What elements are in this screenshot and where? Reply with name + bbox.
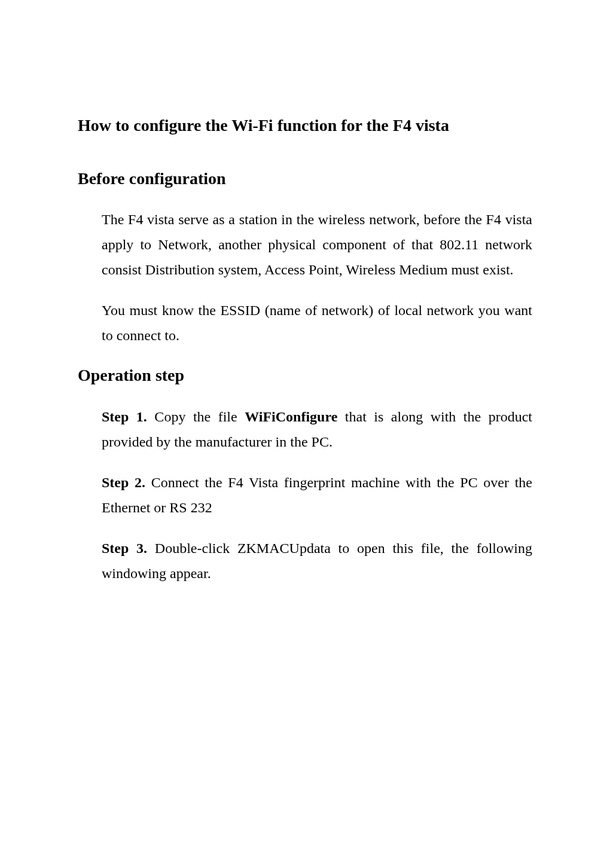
section-operation-step: Operation step	[78, 363, 532, 387]
step-3-text: Double-click ZKMACUpdata to open this fi…	[102, 540, 532, 581]
before-config-para-2: You must know the ESSID (name of network…	[102, 298, 532, 348]
step-1-filename: WiFiConfigure	[245, 409, 337, 424]
step-1-label: Step 1.	[102, 409, 147, 424]
document-title: How to configure the Wi-Fi function for …	[78, 114, 532, 137]
document-page: How to configure the Wi-Fi function for …	[0, 0, 610, 661]
section-before-configuration: Before configuration	[78, 167, 532, 190]
step-1: Step 1. Copy the file WiFiConfigure that…	[102, 404, 532, 454]
step-3: Step 3. Double-click ZKMACUpdata to open…	[102, 536, 532, 586]
step-3-label: Step 3.	[102, 540, 147, 556]
step-1-text-1: Copy the file	[147, 409, 245, 424]
step-2-text: Connect the F4 Vista fingerprint machine…	[102, 475, 532, 515]
step-2-label: Step 2.	[102, 475, 145, 490]
before-config-para-1: The F4 vista serve as a station in the w…	[102, 207, 532, 282]
step-2: Step 2. Connect the F4 Vista fingerprint…	[102, 470, 532, 520]
